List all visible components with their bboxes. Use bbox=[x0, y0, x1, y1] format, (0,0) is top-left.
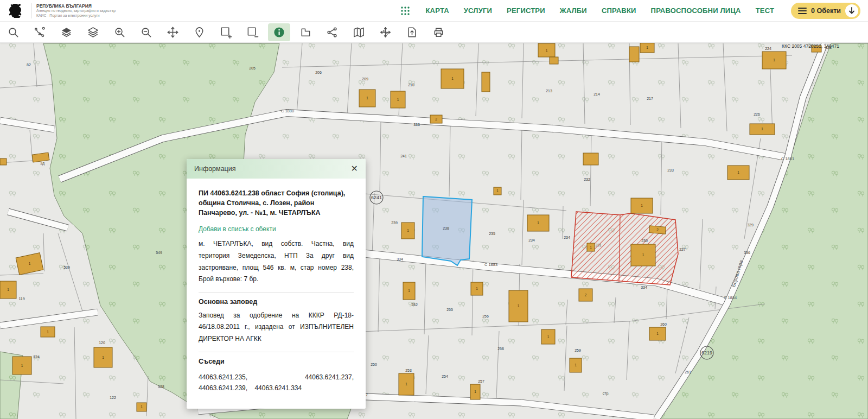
map-label: 329 bbox=[747, 223, 754, 227]
print-tool-button[interactable] bbox=[427, 23, 450, 41]
building-number: 1 bbox=[590, 245, 592, 249]
map-label: 250 bbox=[371, 363, 377, 366]
info-popup-header: Информация ✕ bbox=[187, 159, 366, 179]
share-tool-button[interactable] bbox=[321, 23, 343, 41]
zoom-in-icon bbox=[113, 26, 126, 39]
map-toolbar bbox=[0, 22, 868, 43]
zoom-rect-out-tool-button[interactable] bbox=[241, 23, 264, 41]
map-label: 241 bbox=[400, 154, 407, 158]
building bbox=[0, 158, 7, 165]
map-label: 253 bbox=[405, 369, 412, 372]
map-label: 333 bbox=[413, 123, 420, 126]
zoom-out-icon bbox=[140, 26, 152, 39]
map-label: 209 bbox=[362, 77, 368, 81]
map-label: 334 bbox=[397, 257, 403, 261]
nav-item-registri[interactable]: РЕГИСТРИ bbox=[507, 7, 545, 15]
map-extent-tool-button[interactable] bbox=[348, 23, 370, 41]
map-label: 255 bbox=[446, 308, 453, 312]
zoom-rect-out-icon bbox=[246, 26, 259, 39]
map-label: 230 bbox=[641, 239, 648, 243]
objects-button[interactable]: 0 Обекти bbox=[791, 3, 860, 19]
map-extent-icon bbox=[353, 26, 365, 39]
map-label: 549 bbox=[156, 251, 162, 255]
map-label: 539 bbox=[63, 265, 70, 269]
search-icon bbox=[7, 26, 20, 39]
measure-icon bbox=[299, 26, 312, 39]
building-number: 1 bbox=[366, 96, 368, 100]
building-number: 1 bbox=[405, 382, 407, 386]
nav-item-zhalbi[interactable]: ЖАЛБИ bbox=[560, 7, 587, 15]
zoom-in-tool-button[interactable] bbox=[108, 23, 131, 41]
pan-tool-button[interactable] bbox=[162, 23, 184, 41]
brand-text: РЕПУБЛИКА БЪЛГАРИЯ Агенция по геодезия, … bbox=[36, 3, 116, 18]
coordinates-tool-button[interactable] bbox=[374, 23, 397, 41]
map-label: 214 bbox=[593, 92, 600, 96]
base-layers-tool-button[interactable] bbox=[55, 23, 78, 41]
map-label: 258 bbox=[497, 347, 504, 351]
share-icon bbox=[326, 26, 339, 39]
cadastral-map[interactable]: 111111211111111221111111111111162416219К… bbox=[0, 42, 868, 419]
map-canvas[interactable]: 111111211111111221111111111111162416219К… bbox=[0, 42, 868, 419]
building-number: 1 bbox=[537, 221, 539, 225]
building-number: 1 bbox=[641, 204, 643, 207]
building-number: 1 bbox=[737, 170, 739, 174]
info-popup: Информация ✕ ПИ 44063.6241.238 област Со… bbox=[187, 159, 366, 409]
locate-tool-button[interactable] bbox=[188, 23, 210, 41]
select-features-tool-button[interactable] bbox=[29, 23, 51, 41]
map-label: С 1884 bbox=[724, 295, 737, 300]
map-label: С 1881 bbox=[781, 156, 794, 161]
add-to-objects-link[interactable]: Добави в списък с обекти bbox=[199, 225, 354, 233]
layers-tool-button[interactable] bbox=[82, 23, 104, 41]
building-number: 1 bbox=[476, 287, 478, 290]
parcel-details: м. ЧЕТАРЛЪКА, вид собств. Частна, вид те… bbox=[199, 238, 354, 285]
export-icon bbox=[406, 26, 418, 39]
nav-item-test[interactable]: ТЕСТ bbox=[756, 7, 774, 15]
base-layers-icon bbox=[60, 26, 73, 39]
building-number: 1 bbox=[102, 355, 104, 359]
nav-item-karta[interactable]: КАРТА bbox=[425, 7, 449, 15]
apps-grid-icon[interactable] bbox=[400, 5, 411, 16]
info-popup-body: ПИ 44063.6241.238 област София (столица)… bbox=[187, 179, 366, 409]
cadastral-region-number: 6219 bbox=[701, 350, 712, 355]
select-features-icon bbox=[34, 26, 46, 39]
map-label: 334 bbox=[641, 285, 647, 289]
building-number: 1 bbox=[7, 288, 9, 291]
building-number: 1 bbox=[518, 304, 520, 308]
kais-cadastre-app: РЕПУБЛИКА БЪЛГАРИЯ Агенция по геодезия, … bbox=[0, 0, 868, 419]
map-label: 227 bbox=[679, 247, 686, 251]
map-label: 259 bbox=[575, 348, 581, 352]
map-label: 336 bbox=[744, 251, 750, 255]
search-tool-button[interactable] bbox=[2, 23, 24, 41]
locate-icon bbox=[193, 26, 206, 39]
map-label: С 1880 bbox=[281, 109, 294, 113]
building-number: 1 bbox=[407, 228, 409, 232]
building bbox=[550, 57, 558, 64]
objects-download-button[interactable] bbox=[845, 4, 858, 17]
building-number: 1 bbox=[575, 363, 577, 367]
brand: РЕПУБЛИКА БЪЛГАРИЯ Агенция по геодезия, … bbox=[8, 3, 116, 19]
map-label: 256 bbox=[482, 314, 489, 318]
zoom-out-tool-button[interactable] bbox=[135, 23, 157, 41]
map-label: 210 bbox=[408, 83, 414, 87]
org-subtitle-1: Агенция по геодезия, картография и кадас… bbox=[36, 9, 116, 13]
building-number: 2 bbox=[585, 293, 587, 297]
close-icon[interactable]: ✕ bbox=[351, 164, 358, 173]
map-label: 3д bbox=[40, 161, 44, 166]
export-tool-button[interactable] bbox=[401, 23, 423, 41]
nav-item-uslugi[interactable]: УСЛУГИ bbox=[464, 7, 492, 15]
objects-count-label: 0 Обекти bbox=[811, 7, 841, 15]
main-nav: КАРТАУСЛУГИРЕГИСТРИЖАЛБИСПРАВКИПРАВОСПОС… bbox=[400, 3, 860, 19]
nav-item-pravosposobni-litsa[interactable]: ПРАВОСПОСОБНИ ЛИЦА bbox=[651, 7, 741, 15]
building bbox=[482, 72, 490, 92]
map-label: 239 bbox=[391, 221, 398, 225]
map-label: 233 bbox=[667, 168, 674, 172]
coordinates-icon bbox=[379, 26, 392, 39]
zoom-rect-in-tool-button[interactable] bbox=[215, 23, 237, 41]
info-popup-title: Информация bbox=[194, 165, 236, 173]
selected-parcel-238[interactable] bbox=[422, 196, 472, 265]
info-tool-button[interactable] bbox=[268, 23, 290, 41]
measure-tool-button[interactable] bbox=[295, 23, 317, 41]
nav-item-spravki[interactable]: СПРАВКИ bbox=[602, 7, 636, 15]
map-label: 238 bbox=[443, 226, 449, 230]
building-number: 1 bbox=[21, 364, 23, 367]
